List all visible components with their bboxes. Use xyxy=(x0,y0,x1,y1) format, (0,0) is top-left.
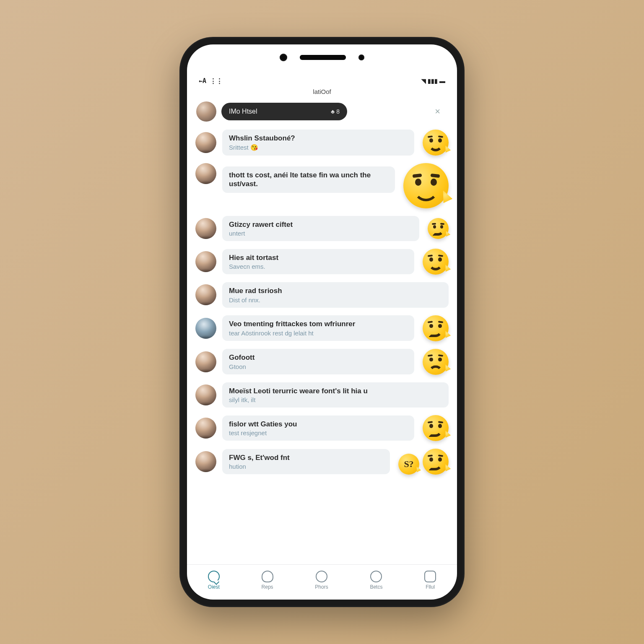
conversation-title: Hies ait tortast xyxy=(229,253,408,262)
status-bar: ←A ⋮⋮ ◥ ▮▮▮ ▬ xyxy=(187,74,457,88)
sad-emoji-icon[interactable] xyxy=(423,349,449,375)
reaction-column xyxy=(403,163,449,208)
emoji-pair xyxy=(398,449,449,475)
avatar[interactable] xyxy=(195,284,216,305)
nav-label: Betcs xyxy=(370,584,382,590)
conversation-subtitle: hution xyxy=(229,463,383,470)
reaction-column xyxy=(423,130,449,156)
conversation-row[interactable]: Veo tmenting frittackes tom wfriunrertea… xyxy=(195,312,449,345)
conversation-row[interactable]: Gtizcy rawert ciftetuntert xyxy=(195,212,449,245)
conversation-row[interactable]: GofoottGtoon xyxy=(195,345,449,379)
filter-chip-label: IMo Htsel xyxy=(229,108,257,115)
conversation-row[interactable]: Mue rad tsrioshDist of nnx. xyxy=(195,278,449,311)
nav-label: Fllul xyxy=(426,584,435,590)
nav-item-oiest[interactable]: Oiest xyxy=(208,571,220,590)
nav-item-fllul[interactable]: Fllul xyxy=(424,571,436,590)
signal-icon: ◥ ▮▮▮ ▬ xyxy=(421,78,445,84)
avatar[interactable] xyxy=(195,451,216,472)
earpiece-speaker xyxy=(300,55,346,60)
conversation-title: FWG s, Et'wod fnt xyxy=(229,453,383,462)
happy-emoji-icon[interactable] xyxy=(423,130,449,156)
conversation-title: Mue rad tsriosh xyxy=(229,286,442,295)
conversation-row[interactable]: Hies ait tortastSavecn ems. xyxy=(195,245,449,278)
conversation-subtitle: silyl itk, ilt xyxy=(229,396,442,403)
smirk-emoji-icon[interactable] xyxy=(423,449,449,475)
conversation-row[interactable]: thott ts cost, anéi lte tatse fin wa unc… xyxy=(195,159,449,212)
avatar[interactable] xyxy=(195,318,216,339)
question-emoji-icon[interactable] xyxy=(398,454,419,475)
conversation-subtitle: Gtoon xyxy=(229,363,408,370)
nav-item-betcs[interactable]: Betcs xyxy=(370,571,382,590)
conversation-title: Gofoott xyxy=(229,353,408,362)
message-bubble[interactable]: Veo tmenting frittackes tom wfriunrertea… xyxy=(222,315,414,340)
avatar[interactable] xyxy=(195,251,216,272)
status-right: ◥ ▮▮▮ ▬ xyxy=(421,78,445,84)
conversation-row[interactable]: fislor wtt Gaties youtest resjegnet xyxy=(195,411,449,445)
conversation-row[interactable]: Moeïst Leoti terurric weare font's lit h… xyxy=(195,379,449,411)
conversation-title: fislor wtt Gaties you xyxy=(229,420,408,428)
message-bubble[interactable]: Moeïst Leoti terurric weare font's lit h… xyxy=(222,382,449,408)
message-bubble[interactable]: Mue rad tsrioshDist of nnx. xyxy=(222,282,449,307)
nav-item-phors[interactable]: Phors xyxy=(315,571,328,590)
bottom-nav: OiestRepsPhorsBetcsFllul xyxy=(187,564,457,600)
nav-label: Reps xyxy=(262,584,273,590)
smirk-emoji-icon[interactable] xyxy=(423,415,449,441)
message-bubble[interactable]: FWG s, Et'wod fnthution xyxy=(222,449,390,474)
conversation-title: Whslin Sstauboné? xyxy=(229,134,408,143)
people-icon xyxy=(262,571,273,582)
circle-icon xyxy=(370,571,382,582)
my-avatar[interactable] xyxy=(196,101,216,122)
smirk-emoji-icon[interactable] xyxy=(428,218,449,239)
bubble-icon xyxy=(208,571,220,582)
reaction-column xyxy=(428,218,449,239)
square-icon xyxy=(424,571,436,582)
reaction-column xyxy=(398,449,449,475)
conversation-subtitle: Srittest 😘 xyxy=(229,144,408,151)
message-bubble[interactable]: Whslin Sstauboné?Srittest 😘 xyxy=(222,130,414,155)
conversation-list[interactable]: Whslin Sstauboné?Srittest 😘thott ts cost… xyxy=(187,126,457,564)
conversation-subtitle: Dist of nnx. xyxy=(229,296,442,304)
message-bubble[interactable]: GofoottGtoon xyxy=(222,349,414,374)
conversation-subtitle: untert xyxy=(229,230,413,237)
front-camera xyxy=(280,54,287,61)
sensor-dot xyxy=(358,55,364,60)
nav-item-reps[interactable]: Reps xyxy=(262,571,273,590)
conversation-row[interactable]: Whslin Sstauboné?Srittest 😘 xyxy=(195,126,449,159)
close-icon[interactable]: × xyxy=(432,104,448,119)
reaction-column xyxy=(423,315,449,341)
conversation-title: Moeïst Leoti terurric weare font's lit h… xyxy=(229,387,442,395)
conversation-subtitle: test resjegnet xyxy=(229,429,408,436)
avatar[interactable] xyxy=(195,384,216,405)
avatar[interactable] xyxy=(195,218,216,239)
avatar[interactable] xyxy=(195,132,216,153)
nav-label: Phors xyxy=(315,584,328,590)
avatar[interactable] xyxy=(195,351,216,372)
happy-emoji-icon[interactable] xyxy=(423,249,449,275)
message-bubble[interactable]: Gtizcy rawert ciftetuntert xyxy=(222,216,419,241)
screen: ←A ⋮⋮ ◥ ▮▮▮ ▬ latiOof IMo Htsel ♣ 8 × Wh… xyxy=(187,44,457,600)
nav-label: Oiest xyxy=(208,584,220,590)
avatar[interactable] xyxy=(195,418,216,439)
conversation-title: thott ts cost, anéi lte tatse fin wa unc… xyxy=(229,171,388,189)
filter-chip[interactable]: IMo Htsel ♣ 8 xyxy=(221,103,347,120)
reaction-column xyxy=(423,349,449,375)
status-left: ←A ⋮⋮ xyxy=(199,77,223,85)
reaction-column xyxy=(423,249,449,275)
avatar[interactable] xyxy=(195,163,216,184)
filter-chip-badge: ♣ 8 xyxy=(331,108,340,115)
circle-icon xyxy=(316,571,327,582)
conversation-subtitle: tear Aöstinrook rest dg lelait ht xyxy=(229,330,408,337)
header-title: latiOof xyxy=(187,88,457,99)
message-bubble[interactable]: thott ts cost, anéi lte tatse fin wa unc… xyxy=(222,166,395,193)
phone-bezel xyxy=(280,54,364,61)
message-bubble[interactable]: fislor wtt Gaties youtest resjegnet xyxy=(222,415,414,441)
happy-emoji-icon[interactable] xyxy=(403,163,449,208)
smirk-emoji-icon[interactable] xyxy=(423,315,449,341)
conversation-row[interactable]: FWG s, Et'wod fnthution xyxy=(195,445,449,478)
message-bubble[interactable]: Hies ait tortastSavecn ems. xyxy=(222,249,414,274)
reaction-column xyxy=(423,415,449,441)
conversation-subtitle: Savecn ems. xyxy=(229,263,408,270)
conversation-title: Veo tmenting frittackes tom wfriunrer xyxy=(229,319,408,328)
filter-row: IMo Htsel ♣ 8 × xyxy=(187,99,457,126)
conversation-title: Gtizcy rawert ciftet xyxy=(229,220,413,229)
